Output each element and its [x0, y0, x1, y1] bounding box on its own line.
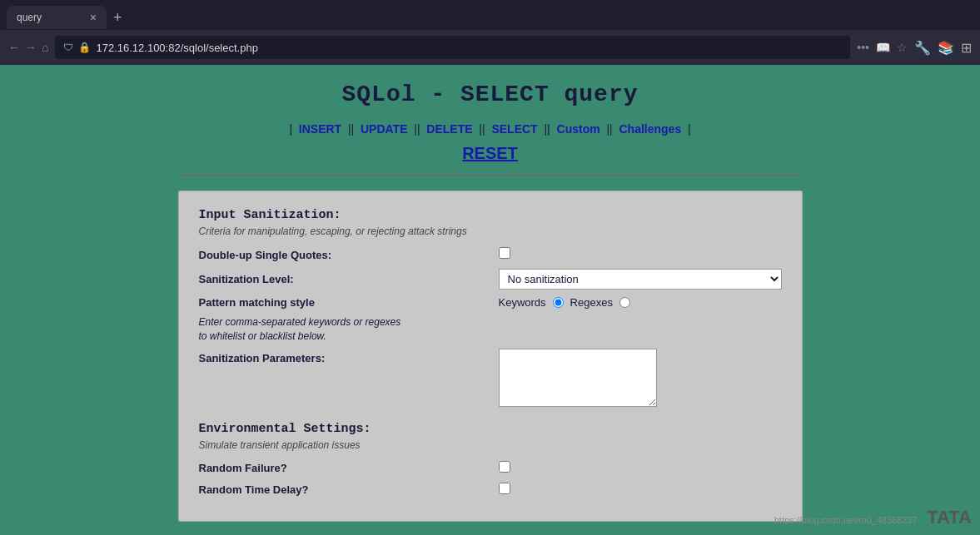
reader-mode-icon[interactable]: 📖 — [876, 41, 890, 54]
environmental-settings-section: Environmental Settings: Simulate transie… — [199, 422, 782, 498]
nav-delete[interactable]: DELETE — [426, 122, 472, 136]
tab-title: query — [17, 12, 42, 23]
tab-close-icon[interactable]: × — [90, 11, 97, 24]
nav-custom[interactable]: Custom — [557, 122, 600, 136]
address-bar-row: ← → ⌂ 🛡 🔒 172.16.12.100:82/sqlol/select.… — [0, 30, 980, 65]
random-time-delay-control — [499, 483, 782, 498]
random-failure-control — [499, 461, 782, 476]
reset-button[interactable]: RESET — [462, 144, 518, 163]
sanitization-subtitle: Criteria for manipulating, escaping, or … — [199, 225, 782, 237]
keywords-label: Keywords — [499, 296, 546, 309]
bookmark-icon[interactable]: ☆ — [897, 41, 908, 54]
forward-icon[interactable]: → — [25, 41, 37, 54]
watermark-url: https://blog.csdn.net/m0_48368237 — [774, 515, 918, 525]
regexes-radio[interactable] — [619, 297, 630, 308]
sanitization-level-label: Sanitization Level: — [199, 273, 499, 285]
pattern-matching-label: Pattern matching style — [199, 296, 499, 309]
tab-bar: query × + — [0, 0, 980, 30]
url-text: 172.16.12.100:82/sqlol/select.php — [96, 42, 257, 54]
env-title: Environmental Settings: — [199, 422, 782, 436]
tools-icon[interactable]: 🔧 — [914, 40, 931, 56]
home-icon[interactable]: ⌂ — [42, 41, 48, 54]
page-content: SQLol - SELECT query | INSERT || UPDATE … — [0, 65, 980, 535]
random-time-delay-row: Random Time Delay? — [199, 483, 782, 498]
random-failure-label: Random Failure? — [199, 462, 499, 474]
sanitization-level-row: Sanitization Level: No sanitization Low … — [199, 269, 782, 290]
section-divider — [178, 175, 803, 176]
pattern-matching-control: Keywords Regexes — [499, 296, 782, 309]
address-bar[interactable]: 🛡 🔒 172.16.12.100:82/sqlol/select.php — [55, 36, 850, 59]
library-icon[interactable]: 📚 — [938, 40, 954, 56]
back-icon[interactable]: ← — [8, 41, 20, 54]
browser-toolbar-icons: 🔧 📚 ⊞ — [914, 40, 972, 56]
random-failure-row: Random Failure? — [199, 461, 782, 476]
page-title: SQLol - SELECT query — [341, 82, 638, 107]
main-panel: Input Sanitization: Criteria for manipul… — [178, 191, 803, 522]
nav-select[interactable]: SELECT — [491, 122, 537, 136]
browser-nav-icons: ← → ⌂ — [8, 41, 48, 54]
watermark-text: TATA — [927, 507, 972, 528]
pattern-matching-row: Pattern matching style Keywords Regexes — [199, 296, 782, 309]
pattern-radio-group: Keywords Regexes — [499, 296, 782, 309]
address-bar-actions: ••• 📖 ☆ — [857, 41, 908, 54]
sanitization-level-control: No sanitization Low Medium High — [499, 269, 782, 290]
sanitization-title: Input Sanitization: — [199, 208, 782, 222]
more-options-icon[interactable]: ••• — [857, 41, 869, 54]
layout-icon[interactable]: ⊞ — [961, 40, 972, 56]
sanitization-params-row: Sanitization Parameters: — [199, 349, 782, 410]
double-up-control — [499, 247, 782, 262]
nav-update[interactable]: UPDATE — [361, 122, 408, 136]
browser-tab[interactable]: query × — [7, 6, 107, 29]
sanitization-params-textarea[interactable] — [499, 349, 657, 407]
comma-note-label: Enter comma-separated keywords or regexe… — [199, 315, 499, 344]
shield-icon: 🛡 — [63, 42, 73, 53]
nav-insert[interactable]: INSERT — [299, 122, 341, 136]
keywords-radio[interactable] — [553, 297, 564, 308]
random-time-delay-checkbox[interactable] — [499, 483, 510, 494]
input-sanitization-section: Input Sanitization: Criteria for manipul… — [199, 208, 782, 410]
sanitization-level-select[interactable]: No sanitization Low Medium High — [499, 269, 782, 290]
nav-links: | INSERT || UPDATE || DELETE || SELECT |… — [289, 122, 690, 136]
double-up-checkbox[interactable] — [499, 247, 510, 259]
random-failure-checkbox[interactable] — [499, 461, 510, 473]
sanitization-params-label: Sanitization Parameters: — [199, 349, 499, 364]
double-up-label: Double-up Single Quotes: — [199, 249, 499, 261]
env-subtitle: Simulate transient application issues — [199, 439, 782, 451]
random-time-delay-label: Random Time Delay? — [199, 483, 499, 496]
browser-chrome: query × + ← → ⌂ 🛡 🔒 172.16.12.100:82/sql… — [0, 0, 980, 65]
new-tab-button[interactable]: + — [107, 9, 129, 27]
double-up-row: Double-up Single Quotes: — [199, 247, 782, 262]
regexes-label: Regexes — [570, 296, 613, 309]
comma-note-row: Enter comma-separated keywords or regexe… — [199, 315, 782, 344]
lock-icon: 🔒 — [78, 42, 91, 53]
nav-challenges[interactable]: Challenges — [619, 122, 681, 136]
sanitization-params-control — [499, 349, 782, 410]
watermark: https://blog.csdn.net/m0_48368237 TATA — [774, 507, 972, 528]
